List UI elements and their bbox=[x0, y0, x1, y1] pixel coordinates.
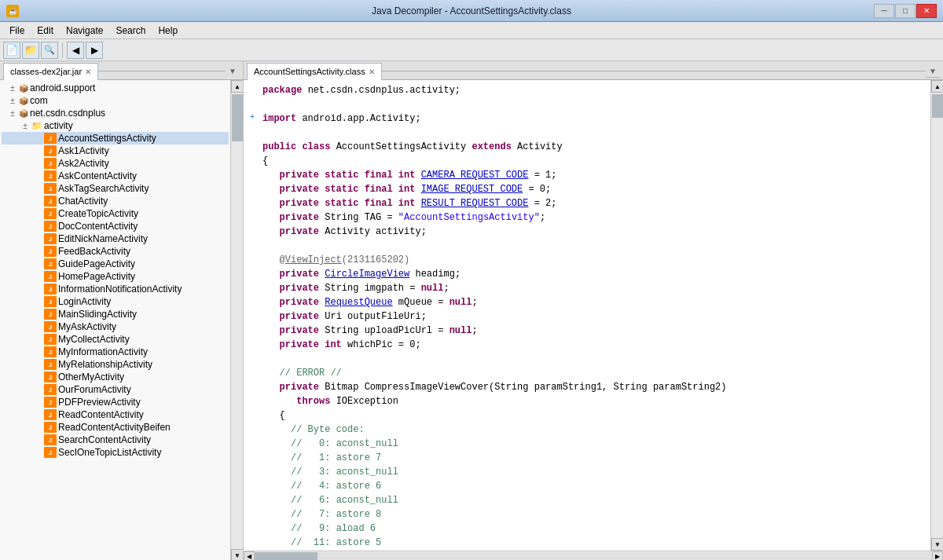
hscroll-right[interactable]: ▶ bbox=[932, 551, 943, 561]
back-button[interactable]: ◀ bbox=[67, 42, 84, 59]
code-scroll-down[interactable]: ▼ bbox=[931, 538, 943, 551]
class-icon: J bbox=[44, 145, 57, 156]
node-label: android.support bbox=[30, 82, 95, 93]
jar-tab-close[interactable]: ✕ bbox=[85, 68, 91, 76]
close-button[interactable]: ✕ bbox=[916, 4, 937, 18]
node-label: MainSlidingActivity bbox=[58, 309, 137, 320]
class-icon: J bbox=[44, 221, 57, 232]
tree-item-MainSlidingActivity[interactable]: J MainSlidingActivity bbox=[2, 308, 229, 320]
tree-item-com[interactable]: ± 📦 com bbox=[2, 94, 229, 107]
tab-fill bbox=[98, 71, 226, 71]
tree-item-android-support[interactable]: ± 📦 android.support bbox=[2, 82, 229, 94]
menu-help[interactable]: Help bbox=[152, 24, 184, 38]
code-content[interactable]: package net.csdn.csdnplus.activity; + im… bbox=[244, 80, 930, 551]
code-line-blank bbox=[250, 97, 924, 112]
tree-item-CreateTopicActivity[interactable]: J CreateTopicActivity bbox=[2, 207, 229, 220]
tree-item-MyCollectActivity[interactable]: J MyCollectActivity bbox=[2, 333, 229, 346]
expander[interactable]: ± bbox=[6, 84, 19, 93]
minimize-button[interactable]: ─ bbox=[874, 4, 894, 18]
maximize-button[interactable]: □ bbox=[895, 4, 915, 18]
class-icon: J bbox=[44, 372, 57, 382]
code-scrollbar[interactable]: ▲ ▼ bbox=[930, 80, 943, 551]
new-file-button[interactable]: 📄 bbox=[3, 42, 20, 59]
tree-scroll-up[interactable]: ▲ bbox=[231, 80, 243, 93]
code-line-byte0: // 0: aconst_null bbox=[250, 437, 924, 451]
code-line-field4: private String TAG = "AccountSettingsAct… bbox=[250, 210, 924, 225]
tree-item-OurForumActivity[interactable]: J OurForumActivity bbox=[2, 383, 229, 396]
code-tab-close[interactable]: ✕ bbox=[369, 68, 375, 76]
menu-search[interactable]: Search bbox=[109, 24, 152, 38]
tree-scroll-thumb bbox=[232, 94, 243, 141]
tree-item-HomePageActivity[interactable]: J HomePageActivity bbox=[2, 270, 229, 283]
tree-item-ReadContentActivity[interactable]: J ReadContentActivity bbox=[2, 408, 229, 421]
hscroll-left[interactable]: ◀ bbox=[244, 551, 255, 561]
class-icon: J bbox=[44, 384, 57, 395]
expander[interactable]: ± bbox=[6, 97, 19, 105]
tree-item-AskContentActivity[interactable]: J AskContentActivity bbox=[2, 170, 229, 182]
tree-item-OtherMyActivity[interactable]: J OtherMyActivity bbox=[2, 371, 229, 383]
tree-item-AskTagSearchActivity[interactable]: J AskTagSearchActivity bbox=[2, 182, 229, 195]
tree-item-SecIOneTopicListActivity[interactable]: J SecIOneTopicListActivity bbox=[2, 446, 229, 459]
code-line-byte3: // 3: aconst_null bbox=[250, 465, 924, 479]
node-label: MyInformationActivity bbox=[58, 346, 148, 357]
tree-item-MyInformationActivity[interactable]: J MyInformationActivity bbox=[2, 346, 229, 358]
code-scroll-thumb bbox=[932, 94, 943, 118]
node-label: MyRelationshipActivity bbox=[58, 359, 152, 370]
code-line-byte11: // 11: astore 5 bbox=[250, 536, 924, 550]
import-expand[interactable]: + bbox=[250, 112, 262, 123]
tree-item-PDFPreviewActivity[interactable]: J PDFPreviewActivity bbox=[2, 396, 229, 408]
tree-item-Ask1Activity[interactable]: J Ask1Activity bbox=[2, 145, 229, 157]
tree-item-AccountSettingsActivity[interactable]: J AccountSettingsActivity bbox=[2, 132, 229, 145]
tree-container[interactable]: ± 📦 android.support ± 📦 com ± 📦 bbox=[0, 80, 230, 560]
class-icon: J bbox=[44, 422, 57, 433]
tree-item-MyAskActivity[interactable]: J MyAskActivity bbox=[2, 320, 229, 333]
tab-scroll-right[interactable]: ▼ bbox=[226, 65, 240, 77]
tree-item-Ask2Activity[interactable]: J Ask2Activity bbox=[2, 157, 229, 170]
open-file-button[interactable]: 📁 bbox=[22, 42, 39, 59]
expander[interactable]: ± bbox=[6, 109, 19, 118]
code-line-method: private Bitmap CompressImageViewCover(St… bbox=[250, 380, 924, 394]
tree-item-net-csdn[interactable]: ± 📦 net.csdn.csdnplus bbox=[2, 107, 229, 119]
package-icon: 📦 bbox=[19, 97, 28, 105]
code-scroll-up[interactable]: ▲ bbox=[931, 80, 943, 93]
menu-file[interactable]: File bbox=[3, 24, 31, 38]
tree-scrollbar[interactable]: ▲ ▼ bbox=[230, 80, 243, 560]
menu-navigate[interactable]: Navigate bbox=[60, 24, 109, 38]
tree-item-GuidePageActivity[interactable]: J GuidePageActivity bbox=[2, 258, 229, 270]
code-hscrollbar[interactable]: ◀ ▶ bbox=[244, 551, 943, 560]
forward-button[interactable]: ▶ bbox=[86, 42, 103, 59]
tree-item-InformationNotificationActivity[interactable]: J InformationNotificationActivity bbox=[2, 283, 229, 295]
tree-item-ReadContentActivityBeifen[interactable]: J ReadContentActivityBeifen bbox=[2, 421, 229, 434]
tree-item-SearchContentActivity[interactable]: J SearchContentActivity bbox=[2, 434, 229, 446]
node-label: com bbox=[30, 95, 48, 106]
class-icon: J bbox=[44, 284, 57, 295]
class-icon: J bbox=[44, 359, 57, 370]
tree-item-FeedBackActivity[interactable]: J FeedBackActivity bbox=[2, 245, 229, 258]
expander[interactable]: ± bbox=[19, 122, 31, 130]
code-scroll-track bbox=[931, 93, 943, 538]
class-icon: J bbox=[44, 397, 57, 408]
code-line-field7: private String imgpath = null; bbox=[250, 281, 924, 295]
code-line-byte1: // 1: astore 7 bbox=[250, 451, 924, 465]
code-area-container: package net.csdn.csdnplus.activity; + im… bbox=[244, 80, 943, 551]
node-label: net.csdn.csdnplus bbox=[30, 108, 105, 119]
code-tab[interactable]: AccountSettingsActivity.class ✕ bbox=[247, 63, 382, 80]
search-button[interactable]: 🔍 bbox=[41, 42, 58, 59]
node-label: MyAskActivity bbox=[58, 321, 116, 332]
tree-item-activity[interactable]: ± 📁 activity bbox=[2, 119, 229, 132]
tree-item-LoginActivity[interactable]: J LoginActivity bbox=[2, 295, 229, 308]
code-tab-scroll[interactable]: ▼ bbox=[926, 65, 940, 78]
tree-item-MyRelationshipActivity[interactable]: J MyRelationshipActivity bbox=[2, 358, 229, 371]
toolbar-separator bbox=[62, 42, 63, 58]
class-icon: J bbox=[44, 271, 57, 282]
tree-item-ChatActivity[interactable]: J ChatActivity bbox=[2, 195, 229, 207]
class-icon: J bbox=[44, 447, 57, 458]
jar-tab[interactable]: classes-dex2jar.jar ✕ bbox=[3, 63, 98, 80]
code-tab-label: AccountSettingsActivity.class bbox=[254, 67, 365, 76]
menu-edit[interactable]: Edit bbox=[31, 24, 60, 38]
tree-item-EditNickNameActivity[interactable]: J EditNickNameActivity bbox=[2, 232, 229, 245]
tree-scroll-down[interactable]: ▼ bbox=[231, 549, 243, 560]
node-label: OurForumActivity bbox=[58, 384, 131, 395]
node-label: PDFPreviewActivity bbox=[58, 397, 141, 408]
tree-item-DocContentActivity[interactable]: J DocContentActivity bbox=[2, 220, 229, 232]
